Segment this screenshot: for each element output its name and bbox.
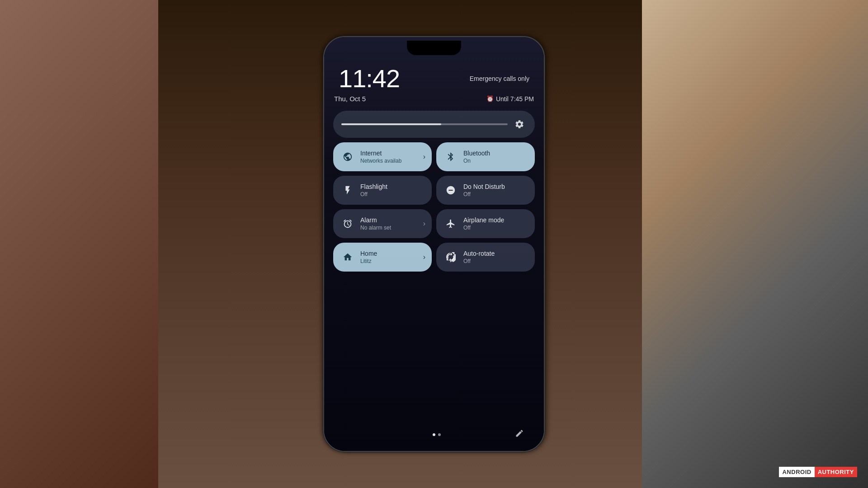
- bottom-bar: [333, 423, 535, 451]
- dnd-label: Do Not Disturb: [463, 183, 505, 191]
- dnd-sublabel: Off: [463, 191, 505, 197]
- phone-wrapper: 11:42 Emergency calls only Thu, Oct 5 ⏰ …: [316, 27, 552, 461]
- autorotate-sublabel: Off: [463, 258, 495, 264]
- bluetooth-sublabel: On: [463, 158, 490, 164]
- internet-chevron: ›: [423, 153, 425, 161]
- alarm-tile[interactable]: Alarm No alarm set ›: [333, 209, 432, 238]
- alarm-tile-text: Alarm No alarm set: [360, 216, 391, 231]
- flashlight-tile[interactable]: Flashlight Off: [333, 176, 432, 205]
- time-block: 11:42: [339, 62, 400, 91]
- phone-frame: 11:42 Emergency calls only Thu, Oct 5 ⏰ …: [323, 36, 545, 452]
- gear-icon: [514, 119, 524, 129]
- status-bar: 11:42 Emergency calls only: [333, 55, 535, 93]
- home-chevron: ›: [423, 253, 425, 261]
- internet-sublabel: Networks availab: [360, 158, 401, 164]
- home-tile[interactable]: Home Lititz ›: [333, 243, 432, 272]
- airplane-tile-text: Airplane mode Off: [463, 216, 504, 231]
- internet-tile[interactable]: Internet Networks availab ›: [333, 142, 432, 171]
- page-indicator: [433, 433, 441, 436]
- bluetooth-label: Bluetooth: [463, 150, 490, 157]
- clock-icon-small: ⏰: [486, 95, 494, 102]
- airplane-label: Airplane mode: [463, 216, 504, 224]
- airplane-sublabel: Off: [463, 225, 504, 231]
- time-display: 11:42: [339, 66, 400, 91]
- autorotate-label: Auto-rotate: [463, 250, 495, 258]
- alarm-time-row: ⏰ Until 7:45 PM: [486, 95, 534, 103]
- date-display: Thu, Oct 5: [334, 95, 366, 103]
- internet-label: Internet: [360, 150, 401, 157]
- alarm-sublabel: No alarm set: [360, 225, 391, 231]
- emergency-block: Emergency calls only: [470, 71, 529, 82]
- flashlight-tile-text: Flashlight Off: [360, 183, 387, 197]
- edit-button[interactable]: [515, 429, 524, 440]
- internet-tile-text: Internet Networks availab: [360, 150, 401, 164]
- home-sublabel: Lititz: [360, 258, 377, 264]
- emergency-text: Emergency calls only: [470, 75, 529, 82]
- bluetooth-icon: [443, 150, 458, 164]
- autorotate-tile[interactable]: Auto-rotate Off: [436, 243, 535, 272]
- airplane-tile[interactable]: Airplane mode Off: [436, 209, 535, 238]
- home-icon: [340, 250, 355, 264]
- home-tile-text: Home Lititz: [360, 250, 377, 264]
- camera-cutout: [407, 41, 461, 55]
- alarm-icon: [340, 216, 355, 231]
- alarm-label: Alarm: [360, 216, 391, 224]
- flashlight-icon: [340, 183, 355, 197]
- dnd-icon: [443, 183, 458, 197]
- dnd-tile[interactable]: Do Not Disturb Off: [436, 176, 535, 205]
- home-label: Home: [360, 250, 377, 258]
- globe-icon: [340, 150, 355, 164]
- alarm-until-text: Until 7:45 PM: [496, 95, 534, 103]
- bg-right: [642, 0, 868, 488]
- rotate-icon: [443, 250, 458, 264]
- tile-row-2: Flashlight Off: [333, 176, 535, 205]
- brightness-slider-track[interactable]: [341, 123, 508, 125]
- flashlight-sublabel: Off: [360, 191, 387, 197]
- brightness-settings-button[interactable]: [512, 117, 527, 131]
- autorotate-tile-text: Auto-rotate Off: [463, 250, 495, 264]
- tile-row-4: Home Lititz ›: [333, 243, 535, 272]
- tile-row-3: Alarm No alarm set ›: [333, 209, 535, 238]
- brightness-slider-fill: [341, 123, 441, 125]
- dot-1: [433, 433, 435, 436]
- dot-2: [438, 433, 441, 436]
- date-alarm-row: Thu, Oct 5 ⏰ Until 7:45 PM: [333, 95, 535, 103]
- watermark-android: ANDROID: [779, 467, 814, 477]
- watermark: ANDROID AUTHORITY: [779, 467, 857, 477]
- watermark-authority: AUTHORITY: [815, 467, 857, 477]
- bluetooth-tile[interactable]: Bluetooth On: [436, 142, 535, 171]
- quick-settings-panel: Internet Networks availab ›: [333, 111, 535, 423]
- bluetooth-tile-text: Bluetooth On: [463, 150, 490, 164]
- tile-row-1: Internet Networks availab ›: [333, 142, 535, 171]
- alarm-chevron: ›: [423, 220, 425, 228]
- brightness-row[interactable]: [333, 111, 535, 138]
- airplane-icon: [443, 216, 458, 231]
- phone-screen: 11:42 Emergency calls only Thu, Oct 5 ⏰ …: [324, 37, 544, 451]
- screen-content: 11:42 Emergency calls only Thu, Oct 5 ⏰ …: [324, 37, 544, 451]
- dnd-tile-text: Do Not Disturb Off: [463, 183, 505, 197]
- pencil-icon: [515, 429, 524, 438]
- flashlight-label: Flashlight: [360, 183, 387, 191]
